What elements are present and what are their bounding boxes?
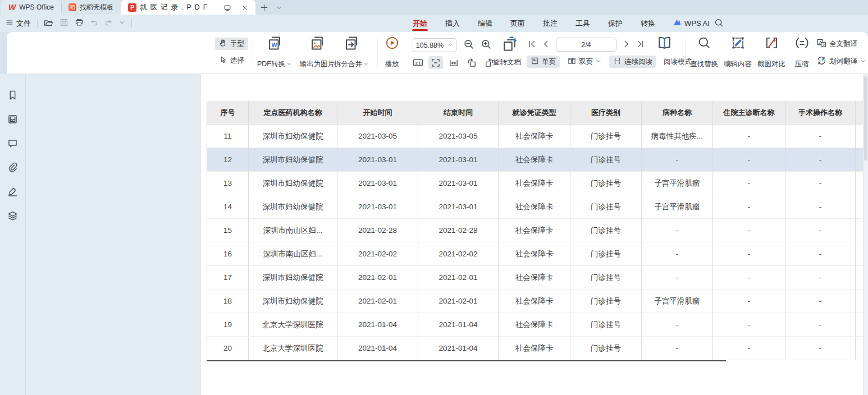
left-icon-strip xyxy=(0,74,26,395)
rotate-document-icon[interactable] xyxy=(502,36,517,52)
fit-width-icon[interactable] xyxy=(446,56,461,69)
table-cell: - xyxy=(642,148,713,172)
wps-ai-button[interactable]: WPS AI xyxy=(673,15,710,32)
last-page-icon[interactable] xyxy=(636,40,645,50)
svg-text:1:1: 1:1 xyxy=(415,61,421,65)
table-cell: 社会保障卡 xyxy=(499,290,570,313)
read-mode-label[interactable]: 阅读模式 xyxy=(664,57,692,67)
table-cell: 深圳市妇幼保健院 xyxy=(249,290,337,313)
page-number-input[interactable]: 2/4 xyxy=(556,38,616,52)
menu-tab-annotate[interactable]: 批注 xyxy=(542,15,559,32)
save-icon[interactable] xyxy=(60,18,68,29)
table-cell xyxy=(856,195,863,219)
scrollbar-thumb[interactable] xyxy=(864,76,867,160)
edit-content-button[interactable]: 编辑内容 xyxy=(722,36,753,71)
menu-tab-edit[interactable]: 编辑 xyxy=(477,15,494,32)
table-row: 17深圳市妇幼保健院2021-02-012021-02-01社会保障卡门诊挂号-… xyxy=(207,266,863,290)
read-mode-icon[interactable] xyxy=(657,35,672,50)
table-cell: - xyxy=(713,313,785,337)
table-cell: - xyxy=(785,337,856,360)
menu-tab-page[interactable]: 页面 xyxy=(509,15,526,32)
table-cell: 深圳市妇幼保健院 xyxy=(249,266,337,290)
table-row: 14深圳市妇幼保健院2021-03-012021-03-01社会保障卡门诊挂号子… xyxy=(207,195,863,219)
next-page-icon[interactable] xyxy=(622,40,631,50)
screenshot-compare-button[interactable]: 截图对比 xyxy=(756,36,787,71)
ribbon-toolbar: 手型 选择 W PDF转换 输出为图片 拆分合并 播放 105.88% xyxy=(7,32,868,74)
file-menu[interactable]: 文件 xyxy=(6,19,31,29)
table-cell: 门诊挂号 xyxy=(570,290,642,313)
table-header-cell: 手术操作名称 xyxy=(785,101,856,125)
vertical-scrollbar[interactable] xyxy=(863,74,868,395)
menu-tab-convert[interactable]: 转换 xyxy=(639,15,656,32)
compress-button[interactable]: 压缩 xyxy=(791,36,813,71)
table-header-cell: 医疗类别 xyxy=(570,101,642,125)
table-cell: - xyxy=(785,125,856,148)
double-page-button[interactable]: 双页 xyxy=(564,56,605,68)
table-cell xyxy=(856,290,863,313)
thumbnail-icon[interactable] xyxy=(7,113,19,125)
rotate-left-icon[interactable] xyxy=(464,56,479,69)
table-cell: 2021-02-28 xyxy=(337,219,418,242)
select-tool-button[interactable]: 选择 xyxy=(215,54,248,67)
bookmark-icon[interactable] xyxy=(7,89,19,101)
screenshot-compare-label: 截图对比 xyxy=(757,59,785,69)
close-tab-icon[interactable] xyxy=(239,4,251,11)
fit-page-icon[interactable] xyxy=(428,56,443,69)
find-replace-button[interactable]: 查找替换 xyxy=(688,36,720,71)
table-header-cell: 序号 xyxy=(207,101,249,125)
table-cell: 深圳市南山区妇... xyxy=(249,242,337,266)
zoom-out-icon[interactable] xyxy=(463,39,474,50)
play-icon xyxy=(385,36,399,52)
chevron-down-icon[interactable] xyxy=(119,19,125,27)
undo-icon[interactable] xyxy=(90,19,98,29)
table-cell xyxy=(856,242,863,266)
signature-icon[interactable] xyxy=(7,185,19,198)
tab-wps-office[interactable]: W WPS Office xyxy=(1,0,61,15)
single-page-button[interactable]: 单页 xyxy=(527,56,560,68)
continuous-read-button[interactable]: 连续阅读 xyxy=(609,56,656,68)
window-tab-bar: W WPS Office 稻 找稻壳模板 P 就医记录.PDF xyxy=(0,0,868,15)
table-cell xyxy=(856,313,863,337)
split-merge-button[interactable]: 拆分合并 xyxy=(331,36,372,71)
zoom-level-combo[interactable]: 105.88% xyxy=(413,38,456,52)
table-cell: 深圳市南山区妇... xyxy=(249,219,337,242)
compress-icon xyxy=(795,36,809,52)
zoom-in-icon[interactable] xyxy=(481,39,492,50)
medical-records-table: 序号定点医药机构名称开始时间结束时间就诊凭证类型医疗类别病种名称住院主诊断名称手… xyxy=(207,101,863,361)
pdf-file-icon: P xyxy=(128,3,136,12)
table-cell: 2021-02-01 xyxy=(418,290,499,313)
table-cell xyxy=(856,219,863,242)
menu-tab-home[interactable]: 开始 xyxy=(412,15,428,32)
search-icon[interactable] xyxy=(714,18,724,29)
table-cell: 2021-03-01 xyxy=(337,195,418,219)
attachment-icon[interactable] xyxy=(7,161,19,173)
previous-page-icon[interactable] xyxy=(542,40,550,50)
double-page-icon xyxy=(568,57,576,67)
tab-document-pdf[interactable]: P 就医记录.PDF xyxy=(121,0,255,15)
hand-tool-button[interactable]: 手型 xyxy=(215,38,248,50)
redo-icon[interactable] xyxy=(104,19,113,29)
actual-size-icon[interactable]: 1:1 xyxy=(410,56,425,69)
table-cell: - xyxy=(785,242,856,266)
comment-icon[interactable] xyxy=(7,137,19,149)
play-button[interactable]: 播放 xyxy=(380,36,404,71)
new-tab-button[interactable] xyxy=(255,1,273,15)
table-cell: 11 xyxy=(207,125,249,148)
full-text-translate-button[interactable]: A文 全文翻译 xyxy=(816,38,857,50)
print-icon[interactable] xyxy=(75,18,84,29)
menu-tab-tools[interactable]: 工具 xyxy=(574,15,591,32)
menu-tab-protect[interactable]: 保护 xyxy=(607,15,624,32)
table-row: 11深圳市妇幼保健院2021-03-052021-03-05社会保障卡门诊挂号病… xyxy=(207,125,863,148)
split-merge-label: 拆分合并 xyxy=(334,59,362,69)
open-icon[interactable] xyxy=(44,18,53,29)
menu-tab-insert[interactable]: 插入 xyxy=(444,15,461,32)
table-cell: 2021-03-05 xyxy=(337,125,418,148)
first-page-icon[interactable] xyxy=(528,40,536,50)
table-cell: - xyxy=(642,337,713,360)
tab-list-chevron[interactable] xyxy=(273,1,285,15)
layers-icon[interactable] xyxy=(7,209,19,222)
word-translate-button[interactable]: A文 划词翻译 xyxy=(816,56,866,67)
float-window-icon[interactable] xyxy=(221,4,234,12)
tab-docer-templates[interactable]: 稻 找稻壳模板 xyxy=(61,0,121,15)
pdf-convert-button[interactable]: W PDF转换 xyxy=(254,36,295,71)
